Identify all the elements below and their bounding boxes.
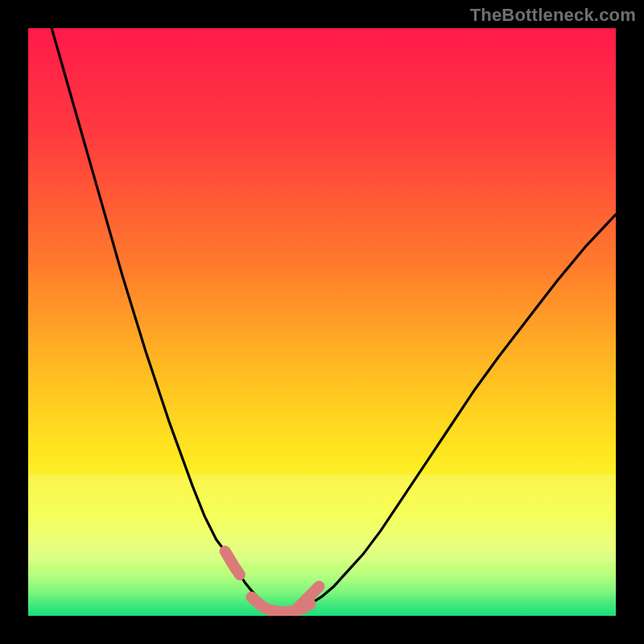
watermark-text: TheBottleneck.com bbox=[470, 5, 636, 26]
chart-plot-area bbox=[28, 28, 616, 616]
chart-frame: TheBottleneck.com bbox=[0, 0, 644, 644]
highlight-band bbox=[28, 475, 616, 564]
chart-svg bbox=[28, 28, 616, 616]
